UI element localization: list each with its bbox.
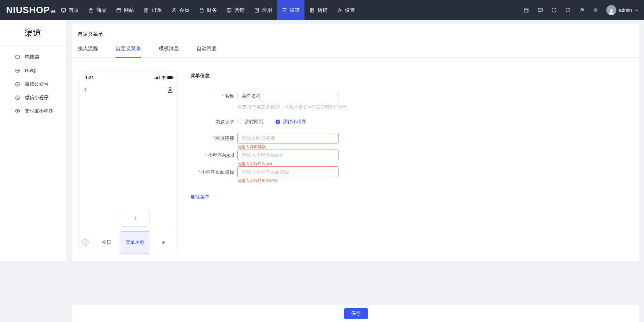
save-bar: 保存 xyxy=(72,305,639,322)
contact-person-icon[interactable] xyxy=(167,86,173,93)
signal-wifi-battery-icons xyxy=(155,75,173,79)
required-mark: * xyxy=(205,152,207,158)
finance-icon xyxy=(199,7,204,13)
radio-unchecked-icon xyxy=(237,120,242,124)
phone-preview: 1:21 xyxy=(78,71,178,254)
back-chevron-icon[interactable] xyxy=(83,87,88,92)
add-menu-item-button[interactable]: + xyxy=(121,210,150,227)
sidebar-item-label: 支付宝小程序 xyxy=(25,108,53,114)
save-button[interactable]: 保存 xyxy=(344,308,368,319)
nav-item-settings[interactable]: 设置 xyxy=(332,0,360,20)
message-icon[interactable] xyxy=(537,7,543,13)
nav-item-label: 首页 xyxy=(69,7,79,13)
nav-item-label: 店铺 xyxy=(317,7,327,13)
tab-custom-menu[interactable]: 自定义菜单 xyxy=(116,45,141,58)
gear-icon xyxy=(337,7,343,13)
avatar xyxy=(606,5,616,15)
required-mark: * xyxy=(222,93,224,99)
member-icon xyxy=(171,7,177,13)
delete-menu-link[interactable]: 删除菜单 xyxy=(191,194,210,200)
form-row-appid: *小程序Appid 请输入小程序Appid xyxy=(191,150,447,166)
form-row-web-link: *网页链接 请输入网页链接 xyxy=(191,133,447,150)
form-section-title: 菜单信息 xyxy=(191,73,447,79)
sidebar-item-wechat-official[interactable]: 微信公众号 xyxy=(0,77,66,91)
radio-web-link[interactable]: 跳转网页 xyxy=(237,119,263,125)
phone-nav-bar xyxy=(78,86,178,94)
website-icon xyxy=(116,7,122,13)
shop-icon xyxy=(309,7,315,13)
main-menu: 首页 商品 网站 订单 会员 财务 营销 应用 xyxy=(56,0,360,20)
phone-menu-add-button[interactable]: + xyxy=(149,231,178,254)
marketing-icon xyxy=(226,7,232,13)
name-label: *名称 xyxy=(191,91,234,101)
nav-item-goods[interactable]: 商品 xyxy=(84,0,111,20)
channel-icon xyxy=(282,7,287,13)
sidebar-item-label: 电脑端 xyxy=(25,54,39,60)
appid-error: 请输入小程序Appid xyxy=(237,161,339,166)
app-logo[interactable]: NIUSHOP V6 xyxy=(0,5,54,15)
user-menu[interactable]: admin xyxy=(606,5,639,15)
sidebar-item-alipay-mini[interactable]: 支付宝小程序 xyxy=(0,104,66,118)
page-path-input[interactable] xyxy=(237,166,339,177)
nav-item-channel[interactable]: 渠道 xyxy=(277,0,304,20)
nav-item-website[interactable]: 网站 xyxy=(111,0,139,20)
nav-item-app[interactable]: 应用 xyxy=(249,0,277,20)
phone-menu-bar: 今日 菜单名称 + xyxy=(78,231,178,254)
tab-auto-reply[interactable]: 自动回复 xyxy=(196,45,217,57)
refresh-icon[interactable] xyxy=(565,7,571,13)
order-icon xyxy=(143,7,149,13)
page-title: 自定义菜单 xyxy=(72,24,639,37)
sidebar-item-h5[interactable]: H5端 xyxy=(0,64,66,77)
tab-template-message[interactable]: 模板消息 xyxy=(159,45,179,57)
sidebar-item-label: H5端 xyxy=(25,68,36,74)
storefront-icon[interactable] xyxy=(523,7,529,13)
appid-label: *小程序Appid xyxy=(191,150,234,160)
chevron-down-icon xyxy=(635,8,639,12)
nav-item-order[interactable]: 订单 xyxy=(139,0,166,20)
monitor-icon xyxy=(15,55,20,60)
appid-input[interactable] xyxy=(237,150,339,160)
keyboard-icon[interactable] xyxy=(78,239,92,246)
rocket-icon[interactable] xyxy=(579,7,585,13)
form-row-page-path: *小程序页面路径 请输入小程序页面路径 xyxy=(191,166,447,183)
gear-icon[interactable] xyxy=(592,7,599,13)
nav-item-finance[interactable]: 财务 xyxy=(194,0,222,20)
nav-item-label: 财务 xyxy=(207,7,217,13)
sidebar-item-wechat-mini[interactable]: 微信小程序 xyxy=(0,91,66,104)
phone-menu-today[interactable]: 今日 xyxy=(92,231,121,254)
name-hint: 仅支持中英文和数字，字数不超过4个汉字或8个字母。 xyxy=(237,104,351,110)
web-link-error: 请输入网页链接 xyxy=(237,144,339,150)
goods-icon xyxy=(88,7,94,13)
phone-menu-selected[interactable]: 菜单名称 xyxy=(121,231,150,254)
page-path-label: *小程序页面路径 xyxy=(191,166,234,177)
tab-access-flow[interactable]: 接入流程 xyxy=(78,45,98,57)
monitor-icon xyxy=(61,7,66,13)
message-type-options: 跳转网页 跳转小程序 xyxy=(237,117,306,127)
sidebar-item-pc[interactable]: 电脑端 xyxy=(0,51,66,64)
nav-item-marketing[interactable]: 营销 xyxy=(222,0,249,20)
h5-badge-icon xyxy=(15,68,20,73)
nav-item-shop[interactable]: 店铺 xyxy=(304,0,332,20)
nav-item-label: 营销 xyxy=(234,7,245,13)
sidebar-item-label: 微信公众号 xyxy=(25,81,49,87)
user-name: admin xyxy=(619,7,632,13)
nav-item-member[interactable]: 会员 xyxy=(166,0,194,20)
web-link-input[interactable] xyxy=(237,133,339,143)
menu-info-form: 菜单信息 *名称 仅支持中英文和数字，字数不超过4个汉字或8个字母。 消息类型 … xyxy=(191,73,447,200)
required-mark: * xyxy=(213,135,214,141)
navbar-actions: admin xyxy=(523,5,644,15)
page-path-error: 请输入小程序页面路径 xyxy=(237,178,339,183)
sidebar: 渠道 电脑端 H5端 微信公众号 微信小程序 支付宝小程序 xyxy=(0,20,66,261)
form-row-name: *名称 仅支持中英文和数字，字数不超过4个汉字或8个字母。 xyxy=(191,91,447,110)
top-navbar: NIUSHOP V6 首页 商品 网站 订单 会员 财务 营销 xyxy=(0,0,644,20)
nav-item-label: 订单 xyxy=(152,7,162,13)
menu-name-input[interactable] xyxy=(237,91,339,101)
phone-time: 1:21 xyxy=(85,75,94,80)
phone-status-bar: 1:21 xyxy=(78,74,178,81)
nav-item-label: 会员 xyxy=(179,7,189,13)
info-icon[interactable] xyxy=(551,7,557,13)
nav-item-home[interactable]: 首页 xyxy=(56,0,84,20)
nav-item-label: 网站 xyxy=(124,7,134,13)
radio-mini-program[interactable]: 跳转小程序 xyxy=(276,119,306,125)
web-link-label: *网页链接 xyxy=(191,133,234,143)
